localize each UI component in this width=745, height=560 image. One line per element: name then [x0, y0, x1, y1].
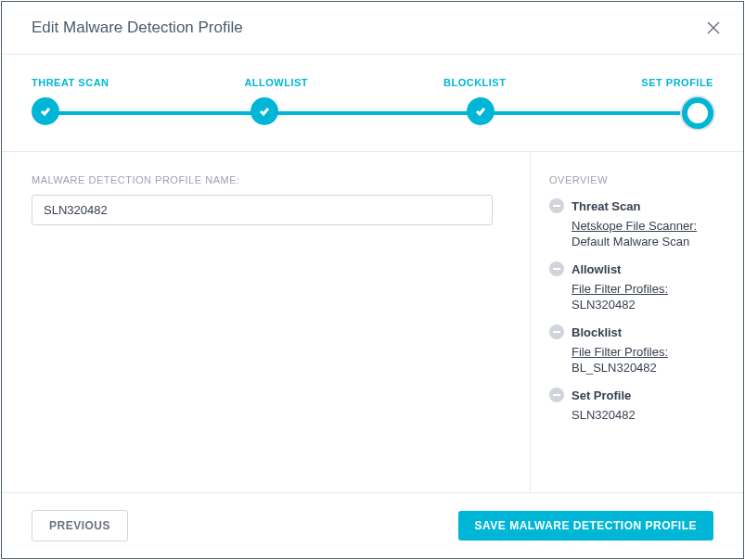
overview-item-allowlist: Allowlist File Filter Profiles: SLN32048… [549, 261, 725, 312]
stepper: THREAT SCAN ALLOWLIST BLOCKLIST SET PROF… [2, 55, 743, 152]
profile-name-label: MALWARE DETECTION PROFILE NAME: [32, 174, 500, 185]
step-circle-set-profile[interactable] [682, 97, 713, 129]
overview-link-file-filter-block[interactable]: File Filter Profiles: [572, 345, 725, 359]
overview-value: SLN320482 [572, 298, 725, 312]
modal-header: Edit Malware Detection Profile [2, 2, 743, 55]
main-panel: MALWARE DETECTION PROFILE NAME: [2, 152, 530, 492]
step-circle-allowlist[interactable] [250, 97, 278, 125]
overview-panel: OVERVIEW Threat Scan Netskope File Scann… [530, 152, 743, 492]
overview-value: Default Malware Scan [572, 235, 725, 248]
overview-title: OVERVIEW [549, 174, 725, 185]
modal-dialog: Edit Malware Detection Profile THREAT SC… [1, 1, 744, 559]
step-circle-blocklist[interactable] [467, 97, 495, 125]
overview-item-set-profile: Set Profile SLN320482 [549, 388, 725, 422]
overview-value: BL_SLN320482 [572, 361, 725, 375]
step-label-blocklist: BLOCKLIST [443, 77, 506, 88]
step-label-set-profile: SET PROFILE [641, 77, 713, 88]
step-label-allowlist: ALLOWLIST [244, 77, 308, 88]
overview-link-netskope-scanner[interactable]: Netskope File Scanner: [572, 219, 725, 233]
overview-value: SLN320482 [572, 408, 725, 422]
overview-link-file-filter-allow[interactable]: File Filter Profiles: [572, 282, 725, 296]
modal-body: MALWARE DETECTION PROFILE NAME: OVERVIEW… [2, 152, 743, 492]
collapse-icon[interactable] [549, 325, 564, 339]
overview-item-title: Blocklist [572, 325, 622, 339]
overview-item-title: Allowlist [572, 262, 621, 276]
step-label-threat-scan: THREAT SCAN [32, 77, 109, 88]
overview-item-threat-scan: Threat Scan Netskope File Scanner: Defau… [549, 198, 725, 248]
collapse-icon[interactable] [549, 261, 564, 276]
modal-title: Edit Malware Detection Profile [32, 19, 243, 37]
close-icon[interactable] [706, 20, 721, 35]
collapse-icon[interactable] [549, 198, 564, 213]
collapse-icon[interactable] [549, 388, 564, 402]
modal-footer: PREVIOUS SAVE MALWARE DETECTION PROFILE [2, 493, 743, 558]
overview-item-blocklist: Blocklist File Filter Profiles: BL_SLN32… [549, 325, 725, 375]
overview-item-title: Threat Scan [572, 199, 640, 213]
save-button[interactable]: SAVE MALWARE DETECTION PROFILE [458, 511, 713, 541]
previous-button[interactable]: PREVIOUS [32, 510, 128, 541]
step-circle-threat-scan[interactable] [32, 97, 59, 125]
profile-name-input[interactable] [32, 195, 493, 225]
overview-item-title: Set Profile [572, 388, 631, 402]
